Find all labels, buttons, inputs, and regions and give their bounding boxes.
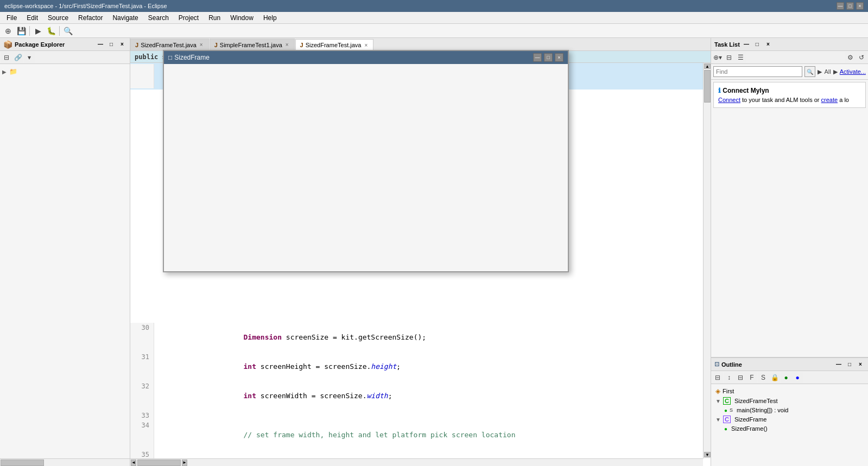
toolbar-debug-button[interactable]: 🐛: [45, 25, 57, 37]
toolbar-new-button[interactable]: ⊕: [2, 25, 14, 37]
task-list-close[interactable]: ×: [764, 40, 772, 49]
outline-maximize[interactable]: □: [845, 360, 854, 369]
find-search-button[interactable]: 🔍: [804, 66, 815, 77]
sidebar-hscrollbar[interactable]: [0, 458, 130, 466]
tab-sized-frame-test-2[interactable]: J SizedFrameTest.java ×: [295, 39, 374, 51]
activate-link[interactable]: Activate...: [840, 68, 866, 75]
package-explorer-tree[interactable]: ▶ 📁: [0, 64, 130, 458]
editor-hscrollbar[interactable]: ◄ ►: [130, 458, 703, 466]
scrollbar-up[interactable]: ▲: [704, 63, 711, 69]
outline-hide-non-public[interactable]: 🔒: [769, 372, 780, 383]
outline-class-label2: SizedFrame: [733, 416, 766, 423]
floating-maximize-button[interactable]: □: [544, 53, 553, 62]
connect-link[interactable]: Connect: [718, 97, 740, 103]
menu-search[interactable]: Search: [144, 13, 173, 23]
tab-sized-frame-test-1[interactable]: J SizedFrameTest.java ×: [130, 39, 209, 50]
package-explorer-close[interactable]: ×: [118, 40, 126, 49]
task-sync-button[interactable]: ↺: [856, 52, 867, 63]
close-window-button[interactable]: ×: [856, 2, 864, 10]
line-num-30: 30: [130, 323, 154, 352]
task-list-maximize[interactable]: □: [753, 40, 762, 49]
outline-filter[interactable]: ⊟: [735, 372, 746, 383]
outline-item-class-frame[interactable]: ▼ C SizedFrame: [713, 414, 866, 424]
outline-collapse-all[interactable]: ⊟: [712, 372, 723, 383]
menu-navigate[interactable]: Navigate: [108, 13, 142, 23]
floating-close-button[interactable]: ×: [555, 53, 563, 62]
outline-item-constructor[interactable]: ● SizedFrame(): [713, 424, 866, 433]
tab-close-1[interactable]: ×: [199, 42, 204, 48]
outline-item-method-main[interactable]: ● S main(String[]) : void: [713, 406, 866, 414]
tree-item-root[interactable]: ▶ 📁: [0, 66, 130, 77]
tab-simple-frame-test[interactable]: J SimpleFrameTest1.java ×: [210, 39, 295, 50]
scrollbar-thumb[interactable]: [704, 70, 711, 103]
create-link[interactable]: create: [821, 97, 838, 103]
task-new-button[interactable]: ⊕▾: [712, 52, 723, 63]
outline-close[interactable]: ×: [856, 360, 865, 369]
hscrollbar-left[interactable]: ◄: [131, 459, 136, 466]
outline-minimize[interactable]: —: [834, 360, 843, 369]
package-explorer-header: 📦 Package Explorer — □ ×: [0, 38, 130, 51]
outline-toggle-blue[interactable]: ●: [792, 372, 803, 383]
sidebar-hscrollbar-thumb[interactable]: [1, 459, 44, 466]
all-button[interactable]: All: [824, 68, 831, 75]
menu-file[interactable]: File: [2, 13, 21, 23]
collapse-all-button[interactable]: ⊟: [1, 52, 12, 63]
project-icon: 📁: [9, 67, 17, 76]
view-menu-button[interactable]: ▾: [24, 52, 35, 63]
mylyn-desc-text2: a lo: [839, 97, 849, 103]
tab-label-2: SimpleFrameTest1.java: [220, 42, 282, 48]
menu-project[interactable]: Project: [174, 13, 203, 23]
menu-run[interactable]: Run: [204, 13, 225, 23]
toolbar-run-button[interactable]: ▶: [32, 25, 44, 37]
find-input[interactable]: [713, 66, 802, 77]
outline-content[interactable]: ◈ First ▼ C SizedFrameTest ● S main(Stri…: [711, 384, 868, 466]
package-explorer-icon: 📦: [3, 40, 12, 49]
floating-title-bar[interactable]: □ SizedFrame — □ ×: [164, 51, 568, 64]
outline-toggle-green[interactable]: ●: [781, 372, 791, 383]
link-with-editor-button[interactable]: 🔗: [12, 52, 23, 63]
package-explorer-maximize[interactable]: □: [107, 40, 116, 49]
task-filter-button[interactable]: ⊟: [724, 52, 734, 63]
outline-hide-static[interactable]: S: [758, 372, 769, 383]
hscrollbar-right[interactable]: ►: [182, 459, 187, 466]
code-line-30: 30 Dimension screenSize = kit.getScreenS…: [130, 323, 703, 352]
floating-title-icon: □: [168, 54, 172, 61]
outline-header: ⊡ Outline — □ ×: [711, 358, 868, 371]
tab-close-3[interactable]: ×: [363, 42, 369, 48]
line-content-35: [154, 450, 167, 458]
toolbar-separator-1: [29, 26, 30, 36]
toolbar-save-button[interactable]: 💾: [15, 25, 27, 37]
maximize-button[interactable]: □: [846, 2, 854, 10]
outline-class-label: SizedFrameTest: [733, 398, 778, 404]
menu-source[interactable]: Source: [43, 13, 73, 23]
tab-icon-3: J: [300, 42, 303, 48]
sized-frame-window[interactable]: □ SizedFrame — □ ×: [163, 50, 569, 272]
find-bar-sep: ▶: [833, 68, 838, 75]
menu-edit[interactable]: Edit: [22, 13, 42, 23]
tab-close-2[interactable]: ×: [284, 42, 290, 48]
menu-help[interactable]: Help: [259, 13, 281, 23]
menu-window[interactable]: Window: [226, 13, 258, 23]
editor-vscrollbar[interactable]: ▲ ▼: [703, 63, 711, 458]
scrollbar-down[interactable]: ▼: [704, 452, 711, 457]
task-settings-button[interactable]: ⚙: [845, 52, 856, 63]
all-label: ▶: [818, 68, 822, 75]
package-explorer-minimize[interactable]: —: [96, 40, 105, 49]
minimize-button[interactable]: —: [837, 2, 844, 10]
floating-minimize-button[interactable]: —: [533, 53, 542, 62]
menu-refactor[interactable]: Refactor: [74, 13, 107, 23]
task-list-header: Task List — □ ×: [711, 38, 868, 51]
outline-item-class-sized[interactable]: ▼ C SizedFrameTest: [713, 396, 866, 406]
package-explorer-toolbar: ⊟ 🔗 ▾: [0, 51, 130, 64]
outline-item-package[interactable]: ◈ First: [713, 386, 866, 396]
task-list-panel: Task List — □ × ⊕▾ ⊟ ☰ ⚙ ↺ 🔍 ▶ All ▶ Act…: [711, 38, 868, 358]
line-content-32: int screenWidth = screenSize.width;: [154, 381, 397, 411]
toolbar-search-button[interactable]: 🔍: [62, 25, 74, 37]
outline-package-icon: ◈: [715, 387, 720, 395]
task-categorize-button[interactable]: ☰: [735, 52, 746, 63]
task-list-minimize[interactable]: —: [742, 40, 751, 49]
outline-hide-fields[interactable]: F: [746, 372, 757, 383]
outline-sort[interactable]: ↕: [724, 372, 734, 383]
outline-item-label: First: [723, 388, 734, 394]
hscrollbar-thumb[interactable]: [137, 459, 181, 466]
